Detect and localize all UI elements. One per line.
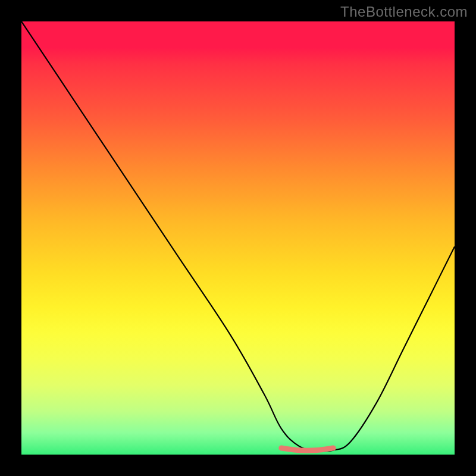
- watermark-text: TheBottleneck.com: [340, 4, 468, 20]
- chart-frame: TheBottleneck.com: [0, 0, 476, 476]
- optimal-marker-path: [281, 448, 333, 450]
- plot-area: [21, 21, 455, 455]
- bottleneck-curve-path: [21, 21, 455, 451]
- curve-layer: [21, 21, 455, 455]
